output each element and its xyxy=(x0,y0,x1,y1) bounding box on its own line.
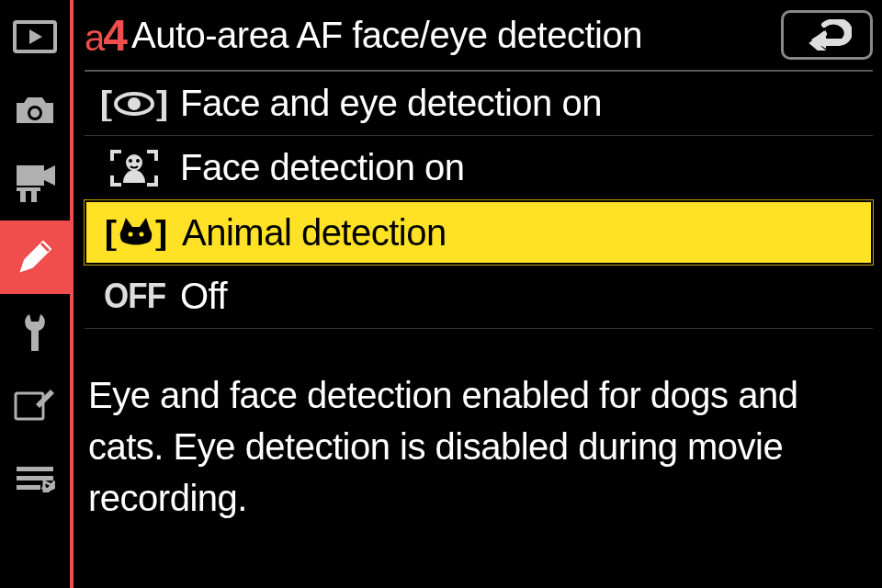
svg-rect-7 xyxy=(31,189,37,202)
menu-title: Auto-area AF face/eye detection xyxy=(131,15,772,56)
back-button[interactable] xyxy=(781,10,873,60)
my-menu-icon xyxy=(15,463,55,492)
option-icon-slot: [ ] xyxy=(88,83,180,124)
svg-marker-1 xyxy=(29,29,42,44)
option-label: Face detection on xyxy=(180,147,465,188)
svg-point-21 xyxy=(140,232,144,237)
option-label: Off xyxy=(180,276,227,317)
svg-rect-6 xyxy=(20,189,26,202)
retouch-icon xyxy=(14,386,56,423)
option-face-eye-detection[interactable]: [ ] Face and eye detection on xyxy=(85,72,873,136)
option-face-detection[interactable]: Face detection on xyxy=(85,136,873,200)
off-text-icon: OFF xyxy=(103,277,164,316)
cat-icon xyxy=(119,218,153,247)
eye-bracket-icon: [ ] xyxy=(100,83,169,124)
face-bracket-icon xyxy=(108,148,160,188)
svg-point-16 xyxy=(128,97,141,110)
svg-point-3 xyxy=(30,108,40,118)
option-icon-slot: OFF xyxy=(88,277,180,316)
sidebar-item-photo-shooting[interactable] xyxy=(0,74,72,147)
svg-rect-12 xyxy=(17,485,40,490)
camera-menu-screen: a4 Auto-area AF face/eye detection [ ] F… xyxy=(0,0,882,588)
svg-rect-4 xyxy=(17,165,44,186)
sidebar-item-retouch[interactable] xyxy=(0,368,72,441)
svg-point-19 xyxy=(136,159,140,163)
menu-sidebar xyxy=(0,0,74,588)
sidebar-item-playback[interactable] xyxy=(0,0,72,74)
sidebar-item-custom-settings[interactable] xyxy=(0,220,72,294)
back-icon xyxy=(802,19,852,51)
animal-bracket-icon: [ ] xyxy=(105,212,168,254)
menu-code: a4 xyxy=(85,10,126,61)
svg-point-20 xyxy=(129,232,133,237)
sidebar-item-my-menu[interactable] xyxy=(0,441,72,514)
svg-rect-8 xyxy=(17,187,40,191)
svg-marker-5 xyxy=(44,165,55,186)
camera-icon xyxy=(13,94,57,127)
playback-icon xyxy=(13,20,57,53)
svg-point-18 xyxy=(129,159,132,163)
wrench-icon xyxy=(17,311,53,351)
sidebar-item-movie-shooting[interactable] xyxy=(0,147,72,220)
option-icon-slot xyxy=(88,148,180,188)
main-panel: a4 Auto-area AF face/eye detection [ ] F… xyxy=(74,0,882,588)
pencil-icon xyxy=(16,238,54,277)
sidebar-item-setup[interactable] xyxy=(0,294,72,368)
svg-rect-10 xyxy=(17,467,53,471)
option-animal-detection[interactable]: [ ] Animal detection xyxy=(85,200,873,265)
svg-rect-11 xyxy=(17,476,53,481)
option-label: Animal detection xyxy=(182,212,447,254)
option-icon-slot: [ ] xyxy=(90,212,182,254)
video-icon xyxy=(13,164,57,204)
option-label: Face and eye detection on xyxy=(180,83,602,124)
option-off[interactable]: OFF Off xyxy=(85,265,873,329)
options-list: [ ] Face and eye detection on xyxy=(85,72,873,329)
option-description: Eye and face detection enabled for dogs … xyxy=(85,329,873,524)
eye-icon xyxy=(114,92,154,116)
menu-header: a4 Auto-area AF face/eye detection xyxy=(85,0,873,72)
